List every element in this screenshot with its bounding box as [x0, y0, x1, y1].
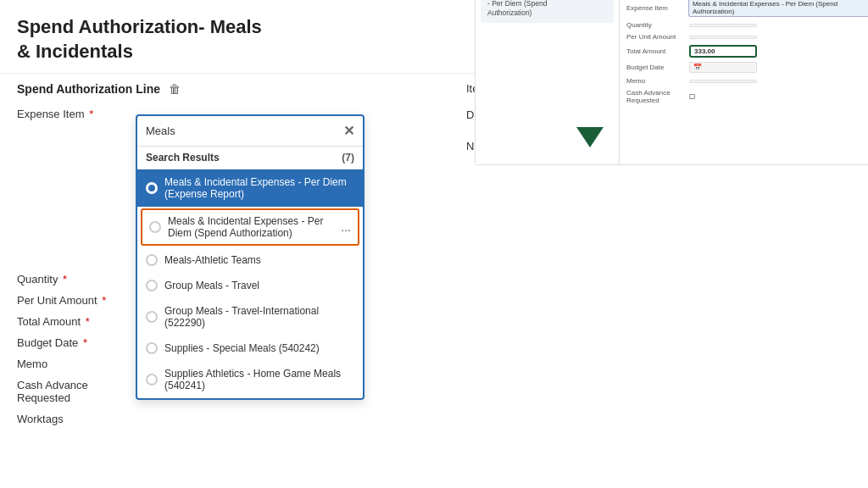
mini-form-panel: Spend Authorization Lin... Expense Item …: [620, 0, 868, 164]
required-star: *: [89, 108, 93, 120]
mini-total-row: Total Amount 333.00: [626, 45, 868, 58]
worktags-label: Worktags: [17, 413, 136, 425]
mini-memo-row: Memo: [626, 77, 868, 85]
results-list: Meals & Incidental Expenses - Per Diem (…: [137, 169, 363, 398]
quantity-label: Quantity *: [17, 273, 136, 286]
mini-cash-row: Cash Advance Requested ☐: [626, 89, 868, 104]
result-item-4[interactable]: Group Meals - Travel-International (5222…: [137, 298, 363, 336]
result-item-0[interactable]: Meals & Incidental Expenses - Per Diem (…: [137, 169, 363, 207]
mini-per-unit-value: [689, 36, 757, 39]
memo-label: Memo: [17, 358, 136, 370]
right-panel: Item Details Destination * ✕ Atlanta, Ge…: [449, 82, 851, 469]
expense-item-label: Expense Item *: [17, 108, 136, 120]
result-label-5: Supplies - Special Meals (540242): [164, 342, 354, 354]
mini-budget-row: Budget Date 📅: [626, 62, 868, 73]
arrow-head: [576, 127, 604, 147]
result-item-2[interactable]: Meals-Athletic Teams: [137, 247, 363, 273]
radio-5: [146, 342, 158, 354]
delete-icon[interactable]: 🗑: [169, 82, 181, 96]
result-item-5[interactable]: Supplies - Special Meals (540242): [137, 336, 363, 361]
result-label-6: Supplies Athletics - Home Game Meals (54…: [164, 368, 354, 391]
mini-quantity-row: Quantity: [626, 21, 868, 29]
mini-per-unit-row: Per Unit Amount: [626, 33, 868, 41]
search-results-label: Search Results: [146, 152, 220, 164]
results-count: (7): [342, 152, 354, 164]
left-panel: Spend Authorization Line 🗑 Expense Item …: [17, 82, 432, 469]
mini-memo-label: Memo: [626, 77, 686, 85]
main-content: Spend Authorization Line 🗑 Expense Item …: [0, 74, 868, 477]
budget-date-label: Budget Date *: [17, 336, 136, 349]
radio-1: [149, 221, 161, 233]
mini-cash-checkbox: ☐: [689, 93, 695, 101]
mini-expense-value: Meals & Incidental Expenses - Per Diem (…: [688, 0, 868, 17]
search-popup: Meals ✕ Search Results (7) Meals & Incid…: [136, 114, 364, 400]
search-results-header: Search Results (7): [137, 147, 363, 169]
mini-total-label: Total Amount: [626, 47, 686, 55]
mini-quantity-label: Quantity: [626, 21, 686, 29]
mini-total-value: 333.00: [689, 45, 757, 58]
search-input[interactable]: Meals: [146, 125, 338, 137]
result-label-1: Meals & Incidental Expenses - Per Diem (…: [168, 215, 334, 239]
result-label-3: Group Meals - Travel: [164, 280, 354, 291]
radio-6: [146, 374, 158, 385]
mini-budget-label: Budget Date: [626, 64, 686, 71]
cash-advance-label: Cash Advance Requested: [17, 379, 136, 404]
mini-expense-label: Expense Item: [626, 4, 685, 12]
result-item-1[interactable]: Meals & Incidental Expenses - Per Diem (…: [141, 208, 359, 246]
mini-memo-value: [689, 80, 757, 83]
mini-quantity-value: [689, 24, 757, 27]
radio-0: [146, 182, 158, 194]
result-label-4: Group Meals - Travel-International (5222…: [164, 305, 354, 329]
mini-expense-row: Expense Item Meals & Incidental Expenses…: [626, 0, 868, 17]
mini-per-unit-label: Per Unit Amount: [626, 33, 686, 41]
section-header: Spend Authorization Line 🗑: [17, 82, 432, 96]
result-label-2: Meals-Athletic Teams: [164, 254, 354, 266]
section-title: Spend Authorization Line: [17, 82, 160, 96]
result-label-0: Meals & Incidental Expenses - Per Diem (…: [164, 176, 354, 200]
mini-cash-label: Cash Advance Requested: [626, 89, 686, 104]
mini-budget-value: 📅: [689, 62, 757, 73]
title-line2: & Incidentals: [17, 41, 133, 62]
total-amount-label: Total Amount *: [17, 315, 136, 328]
worktags-field: Worktags: [17, 413, 432, 425]
mini-screenshot: Meals & Incidental Expenses - Per Diem (…: [475, 0, 868, 165]
ellipsis-btn-1[interactable]: ...: [341, 220, 351, 234]
per-unit-label: Per Unit Amount *: [17, 294, 136, 307]
title-line1: Spend Authorization- Meals: [17, 16, 262, 37]
result-item-3[interactable]: Group Meals - Travel: [137, 273, 363, 298]
radio-2: [146, 254, 158, 266]
search-input-row: Meals ✕: [137, 116, 363, 147]
radio-3: [146, 280, 158, 291]
result-item-6[interactable]: Supplies Athletics - Home Game Meals (54…: [137, 361, 363, 398]
radio-4: [146, 311, 158, 323]
mini-card-label: Meals & Incidental Expenses - Per Diem (…: [487, 0, 583, 18]
close-button[interactable]: ✕: [343, 123, 354, 139]
mini-expense-card: Meals & Incidental Expenses - Per Diem (…: [481, 0, 614, 23]
